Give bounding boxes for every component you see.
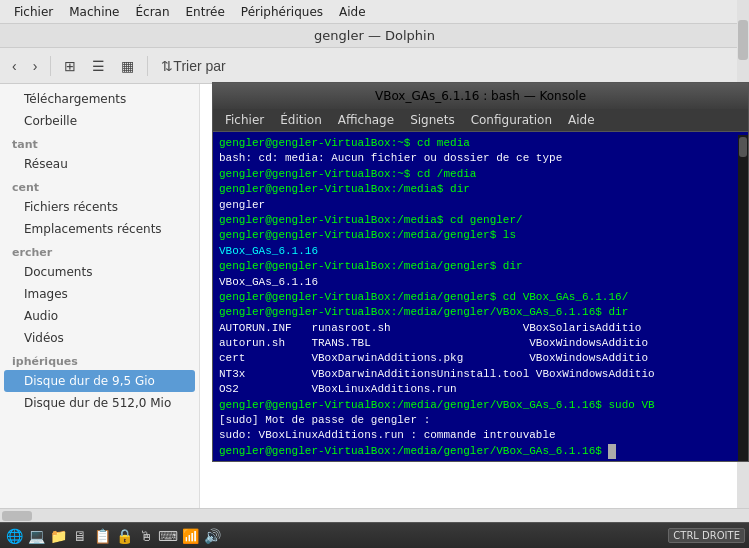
term-line: [sudo] Mot de passe de gengler : [219,413,742,428]
taskbar-icon-3[interactable]: 📁 [48,526,68,546]
sidebar: Téléchargements Corbeille tant Réseau ce… [0,84,200,508]
konsole-menu-signets[interactable]: Signets [402,111,463,129]
dolphin-toolbar: ‹ › ⊞ ☰ ▦ ⇅ Trier par [0,48,749,84]
taskbar-icon-7[interactable]: 🖱 [136,526,156,546]
hscroll-thumb[interactable] [2,511,32,521]
dolphin-menubar: Fichier Machine Écran Entrée Périphériqu… [0,0,749,24]
konsole-menu-aide[interactable]: Aide [560,111,603,129]
menu-aide[interactable]: Aide [331,3,374,21]
trier-par-button[interactable]: ⇅ Trier par [155,54,231,78]
view-list-button[interactable]: ☰ [86,54,111,78]
sidebar-item-telechargements[interactable]: Téléchargements [4,88,195,110]
menu-fichier[interactable]: Fichier [6,3,61,21]
term-line: autorun.sh TRANS.TBL VBoxWindowsAdditio [219,336,742,351]
view-icons-button[interactable]: ⊞ [58,54,82,78]
vscroll-thumb[interactable] [738,20,748,60]
dolphin-titlebar: gengler — Dolphin [0,24,749,48]
sidebar-item-videos[interactable]: Vidéos [4,327,195,349]
konsole-vscrollbar[interactable] [738,135,748,461]
menu-ecran[interactable]: Écran [127,3,177,21]
term-line: gengler@gengler-VirtualBox:/media/gengle… [219,290,742,305]
taskbar-icon-6[interactable]: 🔒 [114,526,134,546]
konsole-menubar: Fichier Édition Affichage Signets Config… [213,109,748,132]
taskbar-icon-5[interactable]: 📋 [92,526,112,546]
toolbar-sep-2 [147,56,148,76]
sort-icon: ⇅ [161,58,173,74]
sidebar-item-audio[interactable]: Audio [4,305,195,327]
term-line: gengler@gengler-VirtualBox:/media/gengle… [219,259,742,274]
term-line: bash: cd: media: Aucun fichier ou dossie… [219,151,742,166]
term-line: sudo: VBoxLinuxAdditions.run : commande … [219,428,742,443]
toolbar-sep-1 [50,56,51,76]
terminal-cursor [608,444,616,459]
taskbar-icon-8[interactable]: ⌨ [158,526,178,546]
term-line: VBox_GAs_6.1.16 [219,244,742,259]
sidebar-item-fichiers-recents[interactable]: Fichiers récents [4,196,195,218]
sidebar-item-documents[interactable]: Documents [4,261,195,283]
back-button[interactable]: ‹ [6,54,23,78]
term-line: OS2 VBoxLinuxAdditions.run [219,382,742,397]
konsole-menu-fichier[interactable]: Fichier [217,111,272,129]
taskbar-icon-9[interactable]: 📶 [180,526,200,546]
sidebar-item-disque-512[interactable]: Disque dur de 512,0 Mio [4,392,195,414]
taskbar-icon-10[interactable]: 🔊 [202,526,222,546]
dolphin-title: gengler — Dolphin [314,28,435,43]
konsole-vscroll-thumb[interactable] [739,137,747,157]
sidebar-item-reseau[interactable]: Réseau [4,153,195,175]
taskbar-icon-4[interactable]: 🖥 [70,526,90,546]
term-line: gengler@gengler-VirtualBox:/media/gengle… [219,305,742,320]
menu-peripheriques[interactable]: Périphériques [233,3,331,21]
konsole-title: VBox_GAs_6.1.16 : bash — Konsole [375,89,586,103]
taskbar-icon-1[interactable]: 🌐 [4,526,24,546]
term-line: gengler@gengler-VirtualBox:/media$ dir [219,182,742,197]
sidebar-label-ercher: ercher [0,240,199,261]
term-line: gengler@gengler-VirtualBox:~$ cd media [219,136,742,151]
konsole-window: VBox_GAs_6.1.16 : bash — Konsole Fichier… [212,82,749,462]
sidebar-label-tant: tant [0,132,199,153]
konsole-menu-affichage[interactable]: Affichage [330,111,402,129]
konsole-menu-edition[interactable]: Édition [272,111,330,129]
term-line: gengler@gengler-VirtualBox:/media$ cd ge… [219,213,742,228]
sidebar-label-cent: cent [0,175,199,196]
term-line: cert VBoxDarwinAdditions.pkg VBoxWindows… [219,351,742,366]
sidebar-item-images[interactable]: Images [4,283,195,305]
sidebar-item-disque-9[interactable]: Disque dur de 9,5 Gio [4,370,195,392]
konsole-titlebar: VBox_GAs_6.1.16 : bash — Konsole [213,83,748,109]
trier-par-label: Trier par [173,58,225,74]
taskbar: 🌐 💻 📁 🖥 📋 🔒 🖱 ⌨ 📶 🔊 CTRL DROITE [0,522,749,548]
term-line: gengler@gengler-VirtualBox:/media/gengle… [219,398,742,413]
menu-entree[interactable]: Entrée [178,3,233,21]
konsole-terminal[interactable]: gengler@gengler-VirtualBox:~$ cd media b… [213,132,748,461]
term-line: gengler@gengler-VirtualBox:~$ cd /media [219,167,742,182]
sidebar-item-corbeille[interactable]: Corbeille [4,110,195,132]
forward-button[interactable]: › [27,54,44,78]
menu-machine[interactable]: Machine [61,3,127,21]
term-line: gengler@gengler-VirtualBox:/media/gengle… [219,228,742,243]
view-compact-button[interactable]: ▦ [115,54,140,78]
sidebar-label-ipheriques: iphériques [0,349,199,370]
term-line: AUTORUN.INF runasroot.sh VBoxSolarisAddi… [219,321,742,336]
dolphin-hscrollbar[interactable] [0,508,749,522]
term-line: NT3x VBoxDarwinAdditionsUninstall.tool V… [219,367,742,382]
taskbar-right: CTRL DROITE [668,528,745,543]
ctrl-droite-button[interactable]: CTRL DROITE [668,528,745,543]
konsole-menu-configuration[interactable]: Configuration [463,111,560,129]
term-line: VBox_GAs_6.1.16 [219,275,742,290]
term-line-cursor: gengler@gengler-VirtualBox:/media/gengle… [219,444,742,459]
sidebar-item-emplacements-recents[interactable]: Emplacements récents [4,218,195,240]
term-line: gengler [219,198,742,213]
taskbar-icon-2[interactable]: 💻 [26,526,46,546]
